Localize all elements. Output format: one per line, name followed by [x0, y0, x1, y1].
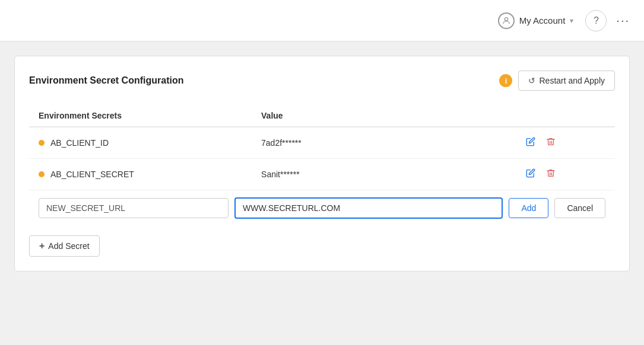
- col-header-value: Value: [252, 105, 515, 127]
- col-header-actions: [515, 105, 615, 127]
- info-icon-label: i: [505, 76, 507, 85]
- card-header: Environment Secret Configuration i ↺ Res…: [29, 71, 615, 91]
- new-secret-cell: Add Cancel: [29, 190, 615, 226]
- header-actions: i ↺ Restart and Apply: [499, 71, 615, 91]
- svg-point-0: [505, 17, 507, 20]
- secrets-table: Environment Secrets Value AB_CLIENT_ID: [29, 105, 615, 226]
- cancel-btn-label: Cancel: [567, 203, 593, 213]
- secret-value-cell: Sanit******: [252, 159, 515, 190]
- delete-row-0-button[interactable]: [545, 136, 557, 150]
- plus-icon: +: [39, 241, 45, 251]
- account-label: My Account: [519, 15, 566, 25]
- secret-value: Sanit******: [261, 170, 300, 179]
- status-dot: [39, 140, 45, 146]
- help-icon: ?: [594, 15, 599, 26]
- add-secret-button[interactable]: + Add Secret: [29, 235, 100, 257]
- secret-name-cell: AB_CLIENT_ID: [29, 127, 252, 159]
- new-secret-value-input[interactable]: [234, 197, 503, 219]
- secret-value: 7ad2f******: [261, 138, 302, 148]
- help-button[interactable]: ?: [585, 10, 607, 31]
- action-cell: [515, 159, 615, 190]
- delete-row-1-button[interactable]: [545, 167, 557, 181]
- person-icon: [498, 12, 515, 29]
- secret-name-cell: AB_CLIENT_SECRET: [29, 159, 252, 190]
- chevron-down-icon: ▾: [570, 17, 573, 25]
- card-title: Environment Secret Configuration: [29, 75, 183, 86]
- more-options-button[interactable]: ···: [611, 11, 635, 30]
- secret-name: AB_CLIENT_ID: [50, 138, 109, 148]
- restart-icon: ↺: [528, 76, 535, 85]
- edit-row-0-button[interactable]: [525, 136, 537, 150]
- table-header-row: Environment Secrets Value: [29, 105, 615, 127]
- new-secret-name-input[interactable]: [39, 198, 229, 218]
- table-row: AB_CLIENT_SECRET Sanit******: [29, 159, 615, 190]
- add-secret-label: Add Secret: [48, 241, 89, 251]
- status-dot: [39, 171, 45, 177]
- secret-name: AB_CLIENT_SECRET: [50, 170, 134, 179]
- secret-value-cell: 7ad2f******: [252, 127, 515, 159]
- cancel-new-secret-button[interactable]: Cancel: [554, 198, 605, 218]
- more-icon: ···: [616, 14, 630, 27]
- my-account-menu[interactable]: My Account ▾: [491, 8, 581, 34]
- add-secret-confirm-button[interactable]: Add: [509, 198, 548, 218]
- new-secret-row: Add Cancel: [29, 190, 615, 226]
- main-content: Environment Secret Configuration i ↺ Res…: [0, 41, 644, 345]
- action-cell: [515, 127, 615, 159]
- add-secret-footer: + Add Secret: [29, 235, 615, 257]
- table-row: AB_CLIENT_ID 7ad2f******: [29, 127, 615, 159]
- edit-row-1-button[interactable]: [525, 167, 537, 181]
- restart-btn-label: Restart and Apply: [539, 76, 605, 85]
- config-card: Environment Secret Configuration i ↺ Res…: [14, 56, 630, 271]
- info-icon[interactable]: i: [499, 74, 512, 87]
- add-btn-label: Add: [521, 203, 536, 213]
- col-header-name: Environment Secrets: [29, 105, 252, 127]
- restart-and-apply-button[interactable]: ↺ Restart and Apply: [518, 71, 615, 91]
- top-navigation: My Account ▾ ? ···: [0, 0, 644, 41]
